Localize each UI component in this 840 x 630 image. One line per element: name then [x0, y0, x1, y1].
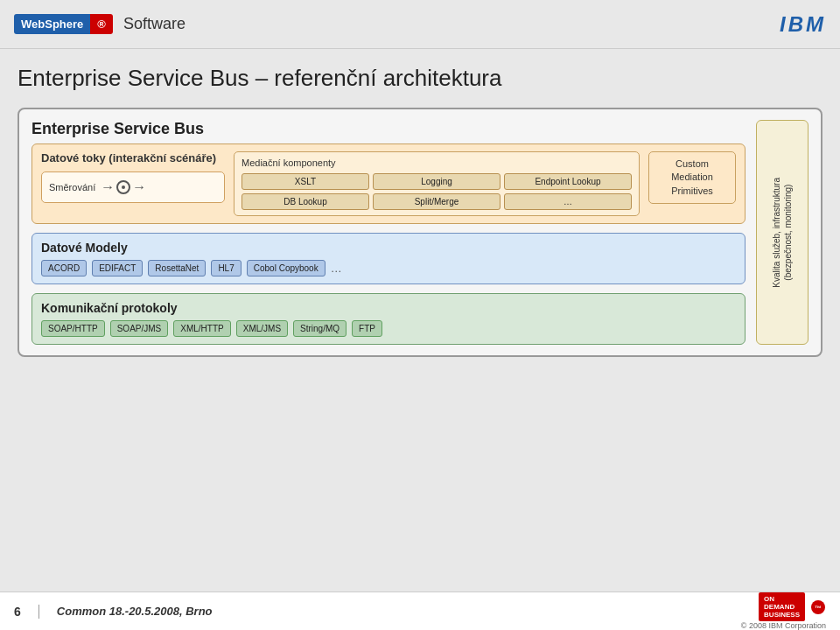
logo-websphere-blue: WebSphere — [14, 14, 90, 34]
on-demand-icon: ™ — [810, 599, 826, 615]
datove-toky-title: Datové toky (interakční scénáře) — [41, 151, 225, 164]
datove-modely-section: Datové Modely ACORD EDIFACT RosettaNet H… — [32, 233, 746, 284]
datove-modely-title: Datové Modely — [41, 241, 736, 255]
smerovani-label: Směrování — [49, 182, 95, 192]
kvalita-sidebar: Kvalita služeb, infrastruktura(bezpečnos… — [756, 120, 808, 345]
header-software-label: Software — [123, 15, 186, 33]
tag-soap-jms: SOAP/JMS — [110, 320, 169, 337]
arrow-left-icon: → — [101, 179, 115, 195]
on-demand-label3: BUSINESS — [764, 611, 800, 619]
copyright-text: © 2008 IBM Corporation — [741, 621, 826, 630]
esb-main: Enterprise Service Bus Datové toky (inte… — [32, 120, 746, 345]
media-item-xslt: XSLT — [242, 173, 369, 190]
datove-modely-tags: ACORD EDIFACT RosettaNet HL7 Cobol Copyb… — [41, 260, 736, 276]
tag-hl7: HL7 — [211, 260, 241, 276]
media-item-ellipsis: … — [504, 193, 632, 210]
media-item-dblookup: DB Lookup — [242, 193, 369, 210]
tag-edifact: EDIFACT — [92, 260, 143, 276]
on-demand-label: ON — [764, 595, 800, 603]
page-title: Enterprise Service Bus – referenční arch… — [18, 65, 822, 92]
header: WebSphere ® Software IBM — [0, 0, 840, 49]
on-demand-container: ON DEMAND BUSINESS ™ — [759, 592, 826, 621]
esb-outer-box: Enterprise Service Bus Datové toky (inte… — [18, 108, 822, 357]
komunikacni-tags: SOAP/HTTP SOAP/JMS XML/HTTP XML/JMS Stri… — [41, 320, 736, 337]
datove-toky-subtitle: Datové toky (interakční scénáře) Směrová… — [41, 151, 225, 212]
arrow-right-icon: → — [132, 179, 146, 195]
dot-icon — [122, 186, 125, 189]
media-items-row2: DB Lookup Split/Merge … — [242, 193, 632, 210]
tag-string-mq: String/MQ — [293, 320, 346, 337]
komunikacni-title: Komunikační protokoly — [41, 301, 736, 315]
on-demand-badge: ON DEMAND BUSINESS — [759, 592, 805, 621]
smerovani-diagram: → → — [101, 179, 146, 195]
kvalita-text: Kvalita služeb, infrastruktura(bezpečnos… — [771, 178, 794, 288]
tag-rosettanet: RosettaNet — [148, 260, 206, 276]
ibm-logo: IBM — [780, 12, 826, 37]
ibm-text: IBM — [780, 12, 826, 37]
komunikacni-section: Komunikační protokoly SOAP/HTTP SOAP/JMS… — [32, 293, 746, 345]
footer-page-number: 6 — [14, 605, 39, 619]
media-items-row1: XSLT Logging Endpoint Lookup — [242, 173, 632, 190]
tag-xml-http: XML/HTTP — [173, 320, 230, 337]
circle-diagram — [116, 180, 130, 194]
tag-ellipsis: … — [331, 260, 342, 276]
media-item-endpoint: Endpoint Lookup — [504, 173, 632, 190]
tag-soap-http: SOAP/HTTP — [41, 320, 105, 337]
smerovani-box: Směrování → → — [41, 172, 225, 203]
tag-cobol: Cobol Copybook — [247, 260, 326, 276]
footer-event: Common 18.-20.5.2008, Brno — [57, 605, 213, 618]
footer-right: ON DEMAND BUSINESS ™ © 2008 IBM Corporat… — [741, 592, 826, 630]
media-item-logging: Logging — [373, 173, 500, 190]
on-demand-label2: DEMAND — [764, 603, 800, 611]
media-item-splitmerge: Split/Merge — [373, 193, 500, 210]
esb-title: Enterprise Service Bus — [32, 120, 746, 138]
main-content: Enterprise Service Bus – referenční arch… — [0, 49, 840, 366]
tag-xml-jms: XML/JMS — [236, 320, 288, 337]
tag-ftp: FTP — [352, 320, 382, 337]
footer: 6 Common 18.-20.5.2008, Brno ON DEMAND B… — [0, 592, 840, 630]
websphere-logo: WebSphere ® — [14, 14, 113, 34]
mediacni-label: Mediační komponenty — [242, 158, 632, 168]
tag-acord: ACORD — [41, 260, 87, 276]
logo-websphere-red: ® — [90, 14, 113, 34]
custom-mediation-box: Custom Mediation Primitives — [648, 151, 736, 204]
mediacni-section: Mediační komponenty XSLT Logging Endpoin… — [234, 151, 640, 216]
datove-toky-section: Datové toky (interakční scénáře) Směrová… — [32, 144, 746, 224]
custom-mediation-text: Custom Mediation Primitives — [671, 158, 713, 198]
svg-text:™: ™ — [815, 605, 822, 612]
